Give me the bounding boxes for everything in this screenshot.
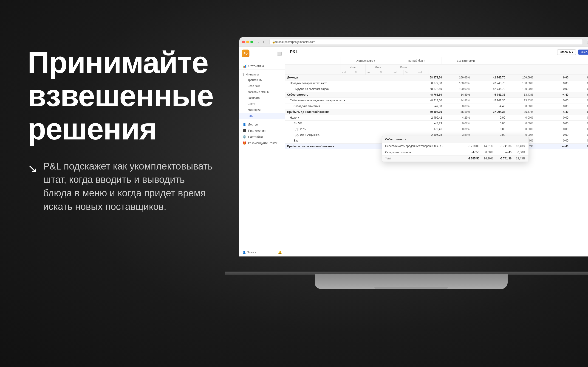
tooltip-row-1: Себестоимость проданных товаров и тех. к… [382, 143, 528, 149]
heading-line2: взвешенные [27, 79, 213, 113]
sidebar-item-accounts[interactable]: Счета [239, 101, 285, 107]
cell-pct: 4,25% [444, 115, 472, 121]
laptop-mockup: ‹ › 🔒 tutorial-posterpos.joinposter.com … [225, 37, 588, 289]
back-button[interactable]: ‹ [257, 40, 261, 44]
table-row: ЕН 5% -43,23 0,07% 0,00 0,00% 0,00 0,00% [285, 121, 588, 126]
tooltip-popup: Себестоимость Себестоимость проданных то… [382, 136, 529, 162]
cell-pct: 0,00% [570, 98, 588, 103]
cell-val: 58 872,50 [409, 81, 444, 86]
sidebar-toggle[interactable]: ⬜ [276, 50, 283, 57]
cell-pct: 100,00% [444, 81, 472, 86]
cell-val: 50 107,00 [409, 109, 444, 115]
cell-val: -4,40 [535, 109, 570, 115]
apps-icon: ⬛ [242, 129, 246, 132]
browser-nav: ‹ › [257, 40, 266, 44]
cell-val: 0,00 [535, 115, 570, 121]
cell-val: 0,00 [535, 86, 570, 92]
cell-pct: 0,31% [444, 126, 472, 132]
page-title: P&L [290, 50, 298, 54]
divider-1 [239, 69, 285, 70]
lock-icon: 🔒 [272, 40, 275, 44]
sidebar-item-pl[interactable]: P&L [239, 113, 285, 119]
table-row: Прибыль до налогообложения 50 107,00 85,… [285, 109, 588, 115]
cell-val: 0,00 [472, 115, 507, 121]
currency-usd-4: usd [416, 70, 429, 75]
currency-usd-2: usd [366, 70, 378, 75]
cell-val: -2 499,42 [409, 115, 444, 121]
sidebar-item-settings[interactable]: ⚙️ Настройки [239, 133, 285, 140]
tooltip-val-3: -47,50 [461, 151, 479, 154]
cell-pct: 85,11% [444, 109, 472, 115]
cell-pct: 0,00% [570, 132, 588, 138]
currency-row: usd % usd % usd % usd [285, 70, 588, 75]
table-row: Себестоимость -8 765,50 14,89% -5 741,36… [285, 92, 588, 98]
tooltip-total-pct1: 14,89% [479, 157, 493, 160]
sidebar-item-access[interactable]: 👤 Доступ [239, 121, 285, 127]
cell-pct: 0,08% [444, 103, 472, 109]
url-text: tutorial-posterpos.joinposter.com [275, 40, 315, 44]
table-row: НДС 20% -179,41 0,31% 0,00 0,00% 0,00 0,… [285, 126, 588, 132]
cell-pct: 13,43% [507, 98, 535, 103]
sidebar-item-transactions[interactable]: Транзакции [239, 77, 285, 83]
close-dot [242, 41, 245, 43]
cell-val: -4,40 [535, 92, 570, 98]
currency-pct-2: % [378, 70, 391, 75]
tooltip-pct-1: 14,81% [479, 144, 493, 148]
access-label: Доступ [248, 123, 258, 126]
table-row: Налоги -2 499,42 4,25% 0,00 0,00% 0,00 0… [285, 115, 588, 121]
currency-pct-3: % [404, 70, 416, 75]
cell-val: -5 741,36 [472, 92, 507, 98]
cell-val: 42 745,70 [472, 75, 507, 81]
cell-pct: 0,00% [570, 109, 588, 115]
cell-val: 0,00 [535, 98, 570, 103]
cell-pct: 0,00% [507, 126, 535, 132]
sidebar: Po ⬜ 📊 Статистика $ Финансы [239, 47, 285, 257]
laptop-screen: ‹ › 🔒 tutorial-posterpos.joinposter.com … [239, 37, 588, 257]
sidebar-item-recommend[interactable]: 🎁 Рекомендуйте Poster [239, 140, 285, 146]
sidebar-nav: 📊 Статистика $ Финансы Транзакции Cash f… [239, 60, 285, 248]
statistics-icon: 📊 [242, 64, 246, 68]
cell-val: -4,40 [535, 144, 570, 149]
data-table: Доходы 58 872,50 100,00% 42 745,70 100,0… [285, 75, 588, 257]
sub-text: ↘ P&L подскажет как укомплектовывать шта… [27, 160, 216, 214]
sidebar-item-apps[interactable]: ⬛ Приложения [239, 127, 285, 133]
cell-val: 0,00 [535, 138, 570, 144]
forward-button[interactable]: › [262, 40, 266, 44]
cell-val: 37 004,34 [472, 109, 507, 115]
recommend-label: Рекомендуйте Poster [248, 141, 277, 145]
cell-pct: 0,00% [507, 103, 535, 109]
cell-pct: 0,00% [570, 75, 588, 81]
row-label: НДС 20% [285, 126, 409, 132]
export-button[interactable]: Эксп... [578, 50, 588, 55]
address-bar[interactable]: 🔒 tutorial-posterpos.joinposter.com [269, 39, 583, 45]
cell-pct: 100,00% [507, 86, 535, 92]
user-name: Ольга - [247, 251, 256, 254]
columns-button[interactable]: Столбцы ▾ [557, 49, 576, 55]
sidebar-item-finances[interactable]: $ Финансы [239, 71, 285, 77]
recommend-icon: 🎁 [242, 141, 246, 145]
row-label: Продажи товаров и тех. карт [285, 81, 409, 86]
period-nocat: Июль [391, 65, 416, 70]
cell-pct: 100,00% [507, 75, 535, 81]
sidebar-item-statistics[interactable]: 📊 Статистика [239, 62, 285, 69]
row-label-pretax: Прибыль до налогообложения [285, 109, 409, 115]
browser-chrome: ‹ › 🔒 tutorial-posterpos.joinposter.com … [239, 37, 588, 47]
tab-cozy-bar[interactable]: Уютный бар ‹ [391, 57, 441, 64]
table-row: Выручка за вычетом скидок 58 872,50 100,… [285, 86, 588, 92]
table-row: Себестоимость проданных товаров и тех. к… [285, 98, 588, 103]
sidebar-item-categories[interactable]: Категории [239, 107, 285, 113]
sidebar-item-cashier-shifts[interactable]: Кассовые смены [239, 89, 285, 95]
tooltip-total-label: Total [385, 157, 461, 160]
period-row: Июль Июль Июль [285, 65, 588, 70]
sidebar-item-cashflow[interactable]: Cash flow [239, 83, 285, 89]
table-row: Доходы 58 872,50 100,00% 42 745,70 100,0… [285, 75, 588, 81]
cell-pct: 0,00% [570, 126, 588, 132]
notifications-button[interactable]: 🔔 [278, 250, 282, 254]
tab-no-category[interactable]: Без категории ‹ [441, 57, 492, 64]
cell-pct: 0,00% [507, 121, 535, 126]
hero-section: Принимайте взвешенные решения ↘ P&L подс… [27, 46, 216, 214]
minimize-dot [246, 41, 249, 43]
sidebar-item-salary[interactable]: Зарплата [239, 95, 285, 101]
row-label: Налоги [285, 115, 409, 121]
tab-cozy-cafe[interactable]: Уютное кафе ‹ [340, 57, 391, 64]
